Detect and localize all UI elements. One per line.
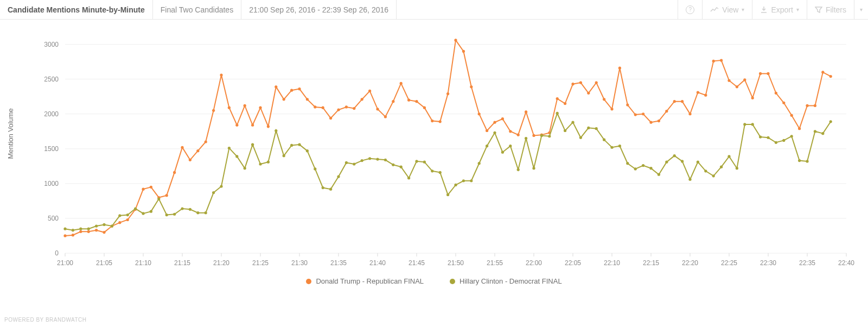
svg-point-253 [829, 120, 832, 123]
filters-button[interactable]: Filters [807, 0, 854, 19]
svg-point-116 [532, 134, 535, 137]
svg-point-122 [579, 81, 582, 84]
svg-point-215 [532, 167, 535, 170]
svg-text:21:55: 21:55 [487, 259, 503, 267]
svg-point-108 [470, 85, 473, 88]
svg-text:22:15: 22:15 [643, 259, 659, 267]
svg-point-182 [275, 129, 277, 132]
svg-text:21:20: 21:20 [213, 259, 229, 267]
export-label: Export [771, 5, 793, 14]
svg-point-166 [150, 210, 152, 213]
svg-point-85 [290, 89, 293, 92]
svg-point-89 [322, 106, 324, 109]
svg-point-132 [658, 120, 660, 122]
svg-point-235 [688, 178, 691, 181]
svg-point-115 [525, 110, 527, 113]
svg-point-123 [587, 92, 590, 95]
svg-point-201 [423, 161, 426, 164]
svg-point-224 [603, 139, 605, 141]
svg-point-150 [798, 127, 801, 130]
svg-point-145 [759, 72, 762, 75]
svg-point-176 [228, 147, 231, 149]
svg-point-94 [361, 98, 363, 101]
svg-point-242 [743, 123, 746, 126]
svg-point-67 [150, 186, 152, 189]
svg-point-212 [509, 145, 512, 147]
svg-point-140 [720, 59, 723, 61]
svg-text:21:40: 21:40 [369, 259, 386, 267]
svg-point-221 [579, 136, 582, 139]
svg-text:22:35: 22:35 [799, 259, 815, 267]
svg-point-74 [205, 140, 207, 143]
svg-point-136 [688, 112, 691, 115]
svg-text:21:30: 21:30 [291, 259, 308, 267]
svg-point-206 [462, 179, 465, 182]
svg-point-133 [665, 110, 668, 112]
svg-point-153 [821, 71, 824, 73]
svg-point-170 [181, 207, 183, 210]
svg-point-64 [126, 218, 129, 221]
svg-point-217 [548, 135, 551, 137]
svg-point-92 [345, 105, 348, 108]
svg-point-193 [361, 159, 363, 162]
svg-point-181 [267, 161, 270, 164]
svg-point-185 [298, 143, 301, 146]
svg-point-141 [727, 79, 730, 82]
svg-point-149 [790, 114, 793, 117]
svg-point-135 [681, 100, 684, 103]
powered-by: POWERED BY BRANDWATCH [4, 317, 86, 323]
svg-point-252 [821, 132, 824, 135]
svg-point-179 [251, 143, 254, 146]
svg-point-109 [478, 112, 481, 115]
svg-point-228 [634, 167, 637, 170]
svg-point-139 [712, 60, 715, 62]
svg-point-208 [478, 162, 481, 165]
download-icon [760, 6, 768, 14]
svg-point-126 [610, 108, 613, 110]
svg-text:22:10: 22:10 [604, 259, 620, 267]
svg-point-134 [673, 100, 676, 103]
svg-point-159 [95, 224, 98, 227]
svg-point-82 [267, 125, 270, 128]
svg-point-188 [322, 186, 324, 189]
svg-point-131 [649, 121, 652, 124]
svg-point-75 [212, 109, 215, 112]
svg-point-192 [353, 162, 355, 165]
svg-point-151 [806, 104, 808, 107]
svg-point-216 [540, 134, 543, 137]
svg-point-226 [618, 145, 621, 147]
svg-point-157 [79, 228, 82, 230]
chart-plot: 05001000150020002500300021:0021:0521:102… [0, 20, 868, 275]
legend-item[interactable]: Donald Trump - Republican FINAL [306, 277, 424, 285]
more-button[interactable]: ▾ [854, 0, 868, 19]
svg-point-119 [556, 97, 559, 100]
view-button[interactable]: View ▾ [702, 0, 752, 19]
svg-point-79 [244, 104, 246, 107]
svg-point-237 [704, 170, 707, 172]
svg-point-173 [205, 211, 207, 214]
svg-point-248 [790, 135, 793, 137]
svg-text:3000: 3000 [44, 41, 59, 48]
svg-point-76 [220, 73, 222, 76]
svg-point-61 [103, 231, 105, 234]
svg-point-251 [814, 130, 816, 133]
chevron-down-icon: ▾ [796, 7, 799, 12]
view-label: View [722, 5, 738, 14]
svg-point-164 [134, 207, 137, 210]
svg-point-71 [181, 146, 183, 149]
svg-point-174 [212, 191, 215, 194]
svg-point-56 [63, 234, 66, 237]
svg-point-225 [610, 146, 613, 149]
export-button[interactable]: Export ▾ [752, 0, 806, 19]
svg-point-105 [446, 92, 449, 95]
svg-point-180 [259, 162, 261, 165]
svg-point-240 [727, 155, 730, 158]
svg-point-104 [439, 120, 442, 123]
svg-point-236 [697, 161, 699, 164]
svg-text:21:15: 21:15 [174, 259, 190, 267]
help-button[interactable]: ? [678, 0, 702, 19]
panel-title: Candidate Mentions Minute-by-Minute [0, 0, 153, 19]
svg-point-244 [759, 135, 762, 138]
svg-text:21:05: 21:05 [96, 259, 112, 267]
legend-item[interactable]: Hillary Clinton - Democrat FINAL [450, 277, 562, 285]
